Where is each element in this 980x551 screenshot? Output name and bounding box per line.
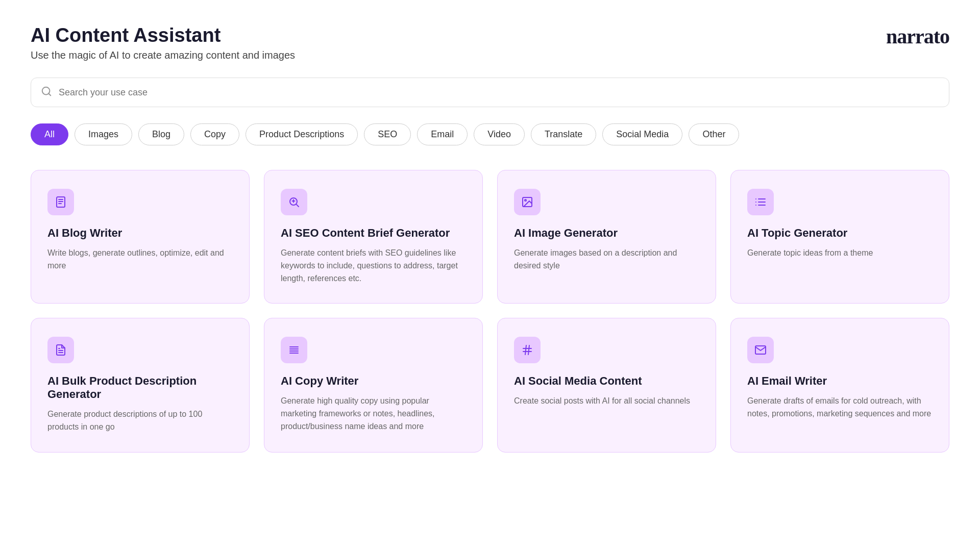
search-doc-icon <box>281 189 307 215</box>
card-topic-generator[interactable]: AI Topic GeneratorGenerate topic ideas f… <box>730 170 949 304</box>
card-title: AI SEO Content Brief Generator <box>281 227 466 240</box>
card-description: Write blogs, generate outlines, optimize… <box>47 247 233 272</box>
lines-icon <box>281 337 307 363</box>
filter-tab-social-media[interactable]: Social Media <box>602 123 682 145</box>
svg-line-7 <box>297 205 299 207</box>
title-block: AI Content Assistant Use the magic of AI… <box>31 24 295 61</box>
page-subtitle: Use the magic of AI to create amazing co… <box>31 49 295 61</box>
filter-tab-translate[interactable]: Translate <box>531 123 596 145</box>
filter-tab-all[interactable]: All <box>31 123 68 145</box>
card-title: AI Copy Writer <box>281 374 466 388</box>
cards-grid: AI Blog WriterWrite blogs, generate outl… <box>31 170 949 453</box>
card-description: Generate images based on a description a… <box>514 247 699 272</box>
filter-tab-product-descriptions[interactable]: Product Descriptions <box>246 123 358 145</box>
card-description: Create social posts with AI for all soci… <box>514 395 699 408</box>
logo: narrato <box>886 24 949 48</box>
card-description: Generate drafts of emails for cold outre… <box>747 395 933 420</box>
card-title: AI Image Generator <box>514 227 699 240</box>
card-blog-writer[interactable]: AI Blog WriterWrite blogs, generate outl… <box>31 170 250 304</box>
card-description: Generate product descriptions of up to 1… <box>47 408 233 434</box>
card-image-generator[interactable]: AI Image GeneratorGenerate images based … <box>497 170 716 304</box>
hash-icon <box>514 337 541 363</box>
filter-tab-seo[interactable]: SEO <box>364 123 411 145</box>
page-header: AI Content Assistant Use the magic of AI… <box>31 24 949 61</box>
card-title: AI Blog Writer <box>47 227 233 240</box>
card-email-writer[interactable]: AI Email WriterGenerate drafts of emails… <box>730 318 949 453</box>
search-input[interactable] <box>31 78 949 107</box>
card-description: Generate high quality copy using popular… <box>281 395 466 433</box>
card-title: AI Social Media Content <box>514 374 699 388</box>
filter-tab-email[interactable]: Email <box>417 123 468 145</box>
page-title: AI Content Assistant <box>31 24 295 46</box>
doc-text-icon <box>47 189 74 215</box>
svg-point-11 <box>525 199 526 201</box>
image-icon <box>514 189 541 215</box>
file-edit-icon <box>47 337 74 363</box>
card-seo-content-brief[interactable]: AI SEO Content Brief GeneratorGenerate c… <box>264 170 483 304</box>
filter-tab-other[interactable]: Other <box>689 123 739 145</box>
filter-tab-video[interactable]: Video <box>474 123 525 145</box>
card-copy-writer[interactable]: AI Copy WriterGenerate high quality copy… <box>264 318 483 453</box>
filter-tab-images[interactable]: Images <box>75 123 132 145</box>
svg-line-1 <box>48 93 51 95</box>
filter-tab-blog[interactable]: Blog <box>138 123 184 145</box>
envelope-icon <box>747 337 774 363</box>
filter-tabs: AllImagesBlogCopyProduct DescriptionsSEO… <box>31 123 949 145</box>
card-bulk-product[interactable]: AI Bulk Product Description GeneratorGen… <box>31 318 250 453</box>
card-description: Generate content briefs with SEO guideli… <box>281 247 466 285</box>
card-title: AI Email Writer <box>747 374 933 388</box>
filter-tab-copy[interactable]: Copy <box>190 123 239 145</box>
card-description: Generate topic ideas from a theme <box>747 247 933 260</box>
list-icon <box>747 189 774 215</box>
card-title: AI Bulk Product Description Generator <box>47 374 233 401</box>
svg-line-27 <box>525 345 526 355</box>
search-icon <box>41 86 52 99</box>
card-social-media[interactable]: AI Social Media ContentCreate social pos… <box>497 318 716 453</box>
card-title: AI Topic Generator <box>747 227 933 240</box>
svg-line-28 <box>528 345 529 355</box>
search-wrapper <box>31 78 949 107</box>
